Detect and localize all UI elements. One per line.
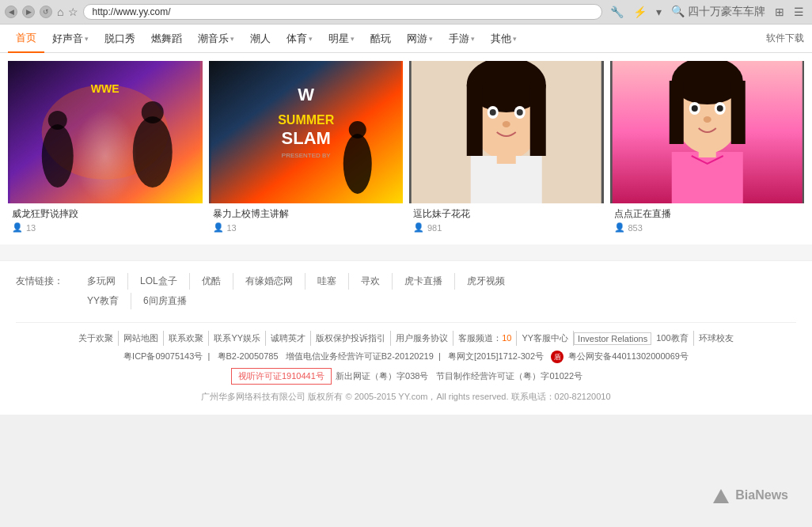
license-row-1: 粤ICP备09075143号 | 粤B2-20050785 增值电信业务经营许可… — [16, 351, 796, 363]
friend-link-6jianfang[interactable]: 6间房直播 — [131, 293, 199, 309]
nav-item-wangyou[interactable]: 网游 ▾ — [399, 25, 441, 53]
footer-link-service-center[interactable]: YY客服中心 — [517, 331, 574, 346]
telecom-license: 增值电信业务经营许可证B2-20120219 — [286, 351, 434, 361]
footer-link-about[interactable]: 关于欢聚 — [74, 331, 119, 346]
bianews-text: BiaNews — [735, 488, 788, 502]
friend-links-section: 友情链接： 多玩网 LOL盒子 优酷 有缘婚恋网 哇塞 寻欢 虎卡直播 虎牙视频… — [16, 273, 796, 313]
svg-rect-36 — [671, 152, 742, 203]
nav-item-mingxing[interactable]: 明星 ▾ — [321, 25, 362, 53]
svg-point-13 — [348, 121, 366, 138]
svg-text:SLAM: SLAM — [281, 128, 330, 148]
dropdown-icon[interactable]: ▾ — [653, 4, 665, 20]
bianews-watermark: BiaNews — [713, 488, 788, 503]
footer-nav-links: 关于欢聚 网站地图 联系欢聚 联系YY娱乐 诚聘英才 版权保护投诉指引 用户服务… — [16, 331, 796, 346]
svg-point-5 — [142, 101, 164, 123]
browser-chrome: ◀ ▶ ↺ ⌂ ☆ http://www.yy.com/ 🔧 ⚡ ▾ 🔍 四十万… — [0, 0, 812, 25]
video-stats-4: 👤 853 — [614, 222, 801, 233]
browser-toolbar: ◀ ▶ ↺ ⌂ ☆ http://www.yy.com/ 🔧 ⚡ ▾ 🔍 四十万… — [0, 0, 812, 24]
refresh-button[interactable]: ↺ — [40, 6, 52, 18]
person-icon-4: 👤 — [614, 222, 625, 233]
video-stats-1: 👤 13 — [12, 222, 199, 233]
friend-link-yyedu[interactable]: YY教育 — [75, 293, 131, 309]
search-icon[interactable]: 🔍 四十万豪车车牌 — [668, 3, 768, 21]
video-title-4: 点点正在直播 — [614, 207, 801, 221]
svg-point-2 — [42, 124, 74, 188]
svg-point-4 — [133, 116, 173, 188]
video-info-3: 逗比妹子花花 👤 981 — [409, 203, 604, 237]
video-title-2: 暴力上校博主讲解 — [213, 207, 400, 221]
menu-icon[interactable]: ☰ — [791, 4, 807, 20]
video-grid: WWE 威龙狂野说摔跤 👤 13 — [0, 53, 812, 245]
extensions-icon[interactable]: 🔧 — [607, 4, 627, 20]
friend-link-xunhuan[interactable]: 寻欢 — [349, 273, 393, 290]
friend-link-youyuan[interactable]: 有缘婚恋网 — [233, 273, 305, 290]
friend-link-duwan[interactable]: 多玩网 — [75, 273, 128, 290]
svg-text:WWE: WWE — [91, 82, 120, 95]
nav-item-haoshengyin[interactable]: 好声音 ▾ — [44, 25, 97, 53]
audio-visual-license: 视听许可证1910441号 — [231, 368, 332, 385]
person-icon-1: 👤 — [12, 222, 23, 233]
nav-item-chaoren[interactable]: 潮人 — [242, 25, 279, 53]
home-button[interactable]: ⌂ — [57, 6, 63, 18]
footer-link-contact[interactable]: 联系欢聚 — [164, 331, 209, 346]
friend-link-huka[interactable]: 虎卡直播 — [393, 273, 455, 290]
forward-button[interactable]: ▶ — [22, 6, 35, 18]
video-info-2: 暴力上校博主讲解 👤 13 — [209, 203, 404, 237]
service-number[interactable]: 10 — [502, 333, 511, 343]
video-card-1[interactable]: WWE 威龙狂野说摔跤 👤 13 — [8, 61, 203, 237]
nav-item-tiyu[interactable]: 体育 ▾ — [279, 25, 321, 53]
b2-number: 粤B2-20050785 — [218, 351, 279, 361]
svg-point-12 — [343, 134, 371, 194]
nav-left: 首页 好声音 ▾ 脱口秀 燃舞蹈 潮音乐 ▾ 潮人 体育 ▾ 明星 ▾ 酷玩 网… — [8, 25, 525, 53]
friend-link-youku[interactable]: 优酷 — [190, 273, 233, 290]
svg-point-22 — [517, 109, 523, 116]
url-text: http://www.yy.com/ — [92, 6, 594, 17]
svg-rect-25 — [497, 152, 516, 164]
person-icon-2: 👤 — [213, 222, 224, 233]
security-number: 粤公网安备44011302000069号 — [568, 351, 689, 361]
footer-link-jobs[interactable]: 诚聘英才 — [266, 331, 311, 346]
nav-item-chaoyinyue[interactable]: 潮音乐 ▾ — [190, 25, 242, 53]
video-thumb-2: W SUMMER SLAM PRESENTED BY — [209, 61, 404, 203]
footer: 友情链接： 多玩网 LOL盒子 优酷 有缘婚恋网 哇塞 寻欢 虎卡直播 虎牙视频… — [0, 260, 812, 415]
video-stats-2: 👤 13 — [213, 222, 400, 233]
video-card-3[interactable]: 逗比妹子花花 👤 981 — [409, 61, 604, 237]
flash-icon[interactable]: ⚡ — [630, 4, 650, 20]
nav-item-home[interactable]: 首页 — [8, 25, 44, 53]
svg-text:SUMMER: SUMMER — [278, 113, 335, 127]
nav-item-shouyou[interactable]: 手游 ▾ — [441, 25, 483, 53]
browser-right-icons: 🔧 ⚡ ▾ 🔍 四十万豪车车牌 ⊞ ☰ — [607, 3, 807, 21]
license-row-2: 视听许可证1910441号 新出网证（粤）字038号 节目制作经营许可证（粤）字… — [16, 366, 796, 386]
svg-rect-30 — [730, 81, 745, 144]
friend-link-wase[interactable]: 哇塞 — [305, 273, 349, 290]
new-pub-license: 新出网证（粤）字038号 — [336, 371, 428, 381]
footer-link-terms[interactable]: 用户服务协议 — [391, 331, 453, 346]
video-thumb-4 — [610, 61, 805, 203]
person-icon-3: 👤 — [413, 222, 424, 233]
friend-link-lol[interactable]: LOL盒子 — [128, 273, 190, 290]
footer-link-100edu[interactable]: 100教育 — [651, 331, 693, 346]
friend-link-huya[interactable]: 虎牙视频 — [455, 273, 517, 290]
address-bar[interactable]: http://www.yy.com/ — [83, 4, 602, 20]
program-license: 节目制作经营许可证（粤）字01022号 — [436, 371, 582, 381]
footer-link-sitemap[interactable]: 网站地图 — [119, 331, 164, 346]
video-card-2[interactable]: W SUMMER SLAM PRESENTED BY 暴力上校博主讲解 👤 1 — [209, 61, 404, 237]
footer-link-yy-contact[interactable]: 联系YY娱乐 — [209, 331, 266, 346]
nav-item-kuwan[interactable]: 酷玩 — [362, 25, 399, 53]
grid-icon[interactable]: ⊞ — [772, 4, 787, 20]
nav-item-ranwudao[interactable]: 燃舞蹈 — [143, 25, 190, 53]
bookmark-button[interactable]: ☆ — [68, 6, 78, 18]
footer-link-copyright[interactable]: 版权保护投诉指引 — [311, 331, 391, 346]
bianews-triangle-icon — [713, 489, 729, 503]
svg-point-3 — [48, 111, 67, 130]
nav-item-tuokoxiu[interactable]: 脱口秀 — [97, 25, 143, 53]
svg-rect-18 — [530, 85, 546, 156]
security-shield-icon: 盾 — [551, 351, 563, 363]
video-card-4[interactable]: 点点正在直播 👤 853 — [610, 61, 805, 237]
nav-item-qita[interactable]: 其他 ▾ — [483, 25, 525, 53]
footer-link-globe[interactable]: 环球校友 — [694, 331, 738, 346]
footer-link-investor[interactable]: Investor Relations — [574, 332, 651, 345]
video-thumb-3 — [409, 61, 604, 203]
nav-software-download[interactable]: 软件下载 — [766, 32, 804, 45]
back-button[interactable]: ◀ — [5, 6, 17, 18]
